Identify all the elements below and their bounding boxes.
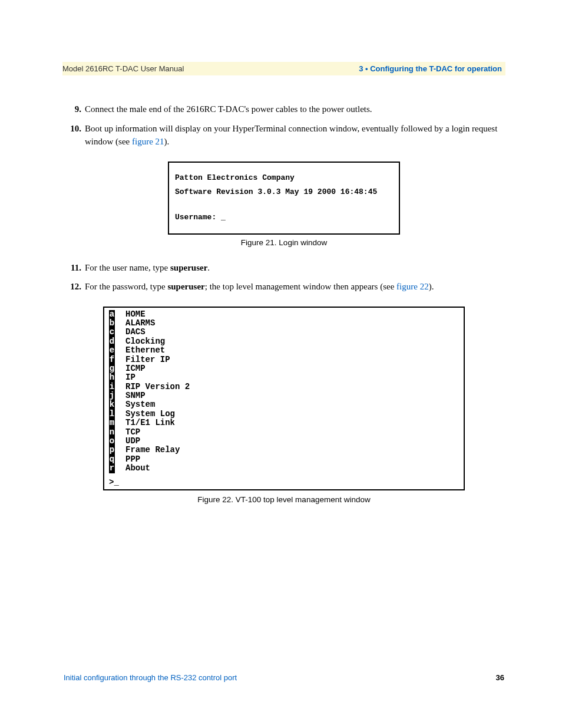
menu-item: oUDP — [109, 437, 459, 446]
menu-label: ICMP — [125, 364, 146, 373]
menu-label: RIP Version 2 — [125, 383, 190, 391]
menu-key: b — [109, 319, 115, 328]
menu-item: eEthernet — [109, 346, 459, 355]
step-text: Connect the male end of the 2616RC T-DAC… — [85, 103, 504, 116]
terminal-line: Patton Electronics Company — [175, 171, 393, 186]
page-header: Model 2616RC T-DAC User Manual 3 • Confi… — [62, 62, 505, 75]
step-text: For the user name, type superuser. — [85, 261, 504, 275]
text-fragment: ). — [429, 282, 434, 291]
page-footer: Initial configuration through the RS-232… — [64, 673, 504, 682]
menu-key: r — [109, 464, 115, 473]
menu-label: UDP — [125, 437, 140, 446]
terminal-prompt: >_ — [109, 478, 459, 487]
menu-key: e — [109, 346, 115, 355]
menu-item: pFrame Relay — [109, 446, 459, 454]
menu-item: qPPP — [109, 455, 459, 464]
menu-key: n — [109, 428, 115, 437]
menu-key: a — [109, 310, 115, 319]
step-11: 11. For the user name, type superuser. — [64, 261, 504, 275]
figure-22-box: aHOMEbALARMScDACSdClockingeEthernetfFilt… — [103, 307, 465, 490]
text-fragment: ; the top level management window then a… — [205, 282, 396, 291]
menu-label: SNMP — [125, 391, 146, 400]
menu-key: c — [109, 328, 115, 337]
header-manual-title: Model 2616RC T-DAC User Manual — [62, 64, 184, 73]
menu-key: h — [109, 373, 115, 382]
menu-label: Frame Relay — [125, 446, 180, 454]
menu-key: g — [109, 364, 115, 373]
menu-item: cDACS — [109, 328, 459, 337]
menu-item: bALARMS — [109, 319, 459, 328]
menu-key: i — [109, 383, 115, 391]
text-fragment: For the user name, type — [85, 263, 170, 272]
menu-label: About — [125, 464, 150, 473]
menu-label: PPP — [125, 455, 140, 464]
body-content: 9. Connect the male end of the 2616RC T-… — [64, 103, 504, 504]
menu-item: dClocking — [109, 337, 459, 346]
figure-link[interactable]: figure 22 — [396, 282, 429, 291]
menu-key: m — [109, 419, 115, 427]
figure-link[interactable]: figure 21 — [132, 137, 164, 146]
terminal-line: Username: _ — [175, 210, 393, 225]
menu-key: p — [109, 446, 115, 454]
step-number: 12. — [64, 280, 85, 294]
figure-21-box: Patton Electronics Company Software Revi… — [168, 162, 400, 235]
text-fragment: . — [207, 263, 210, 272]
menu-item: fFilter IP — [109, 355, 459, 364]
terminal-line: Software Revision 3.0.3 May 19 2000 16:4… — [175, 185, 393, 200]
menu-item: nTCP — [109, 428, 459, 437]
step-text: For the password, type superuser; the to… — [85, 280, 504, 294]
menu-label: Ethernet — [125, 346, 165, 355]
menu-item: jSNMP — [109, 391, 459, 400]
menu-label: HOME — [125, 310, 146, 319]
menu-key: q — [109, 455, 115, 464]
menu-label: T1/E1 Link — [125, 419, 175, 427]
menu-item: iRIP Version 2 — [109, 383, 459, 391]
text-fragment: ). — [164, 137, 170, 146]
text-fragment: For the password, type — [85, 282, 167, 291]
figure-22-caption: Figure 22. VT-100 top level management w… — [64, 495, 504, 504]
menu-label: TCP — [125, 428, 140, 437]
menu-key: k — [109, 400, 115, 409]
step-number: 11. — [64, 261, 85, 275]
menu-label: System Log — [125, 410, 175, 419]
menu-key: o — [109, 437, 115, 446]
menu-label: System — [125, 400, 155, 409]
step-12: 12. For the password, type superuser; th… — [64, 280, 504, 294]
step-10: 10. Boot up information will display on … — [64, 122, 504, 149]
menu-item: rAbout — [109, 464, 459, 473]
menu-key: l — [109, 410, 115, 419]
step-text: Boot up information will display on your… — [85, 122, 504, 149]
menu-label: Filter IP — [125, 355, 170, 364]
menu-item: gICMP — [109, 364, 459, 373]
menu-item: kSystem — [109, 400, 459, 409]
menu-key: f — [109, 355, 115, 364]
menu-key: d — [109, 337, 115, 346]
menu-item: aHOME — [109, 310, 459, 319]
header-chapter-title: 3 • Configuring the T-DAC for operation — [359, 64, 502, 73]
menu-label: ALARMS — [125, 319, 155, 328]
figure-21-caption: Figure 21. Login window — [64, 238, 504, 247]
menu-label: Clocking — [125, 337, 165, 346]
menu-item: lSystem Log — [109, 410, 459, 419]
menu-key: j — [109, 391, 115, 400]
menu-item: hIP — [109, 373, 459, 382]
menu-item: mT1/E1 Link — [109, 419, 459, 427]
step-number: 9. — [64, 103, 85, 116]
page-number: 36 — [496, 673, 504, 682]
footer-section-title: Initial configuration through the RS-232… — [64, 673, 237, 682]
menu-label: IP — [125, 373, 135, 382]
step-number: 10. — [64, 122, 85, 149]
step-9: 9. Connect the male end of the 2616RC T-… — [64, 103, 504, 116]
menu-label: DACS — [125, 328, 146, 337]
bold-text: superuser — [170, 263, 207, 272]
bold-text: superuser — [167, 282, 204, 291]
